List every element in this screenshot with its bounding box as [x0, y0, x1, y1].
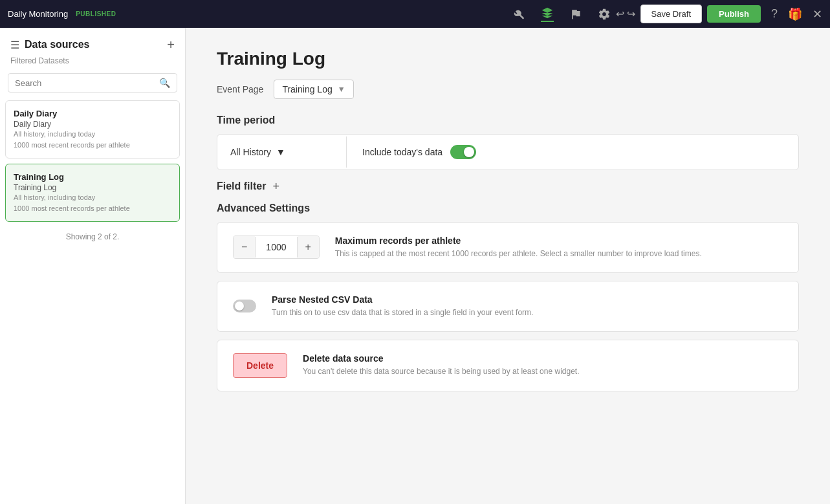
- event-page-row: Event Page Training Log ▼: [217, 80, 799, 99]
- nav-icons: [512, 6, 611, 22]
- flag-icon[interactable]: [569, 8, 582, 21]
- parse-nested-toggle[interactable]: [233, 300, 256, 312]
- time-period-value: All History: [230, 147, 271, 157]
- datasource-icon: ☰: [10, 39, 19, 51]
- gift-icon[interactable]: 🎁: [788, 7, 802, 21]
- max-records-card: − 1000 + Maximum records per athlete Thi…: [217, 222, 799, 273]
- topnav-right-actions: ? 🎁 ✕: [771, 7, 822, 21]
- search-icon: 🔍: [159, 78, 170, 88]
- close-icon[interactable]: ✕: [813, 7, 822, 21]
- status-badge: PUBLISHED: [76, 10, 116, 17]
- add-datasource-button[interactable]: +: [167, 38, 175, 51]
- advanced-settings-title: Advanced Settings: [217, 203, 799, 214]
- page-title: Training Log: [217, 49, 799, 69]
- dataset-meta1-daily-diary: All history, including today: [14, 129, 171, 140]
- delete-label: Delete data source: [303, 353, 579, 364]
- include-today-label: Include today's data: [362, 147, 442, 157]
- parse-nested-knob: [235, 301, 244, 311]
- sidebar-subtitle: Filtered Datasets: [0, 56, 185, 73]
- sidebar-header: ☰ Data sources +: [0, 28, 185, 56]
- parse-nested-label: Parse Nested CSV Data: [272, 294, 533, 305]
- add-filter-button[interactable]: +: [272, 181, 279, 192]
- field-filter-title: Field filter: [217, 181, 266, 192]
- dataset-source-daily-diary: Daily Diary: [14, 120, 171, 129]
- event-page-select[interactable]: Training Log ▼: [274, 80, 353, 99]
- parse-nested-text: Parse Nested CSV Data Turn this on to us…: [272, 294, 533, 318]
- publish-button[interactable]: Publish: [707, 5, 761, 23]
- dataset-meta2-training-log: 1000 most recent records per athlete: [14, 203, 171, 214]
- delete-button[interactable]: Delete: [233, 353, 287, 378]
- stepper-value: 1000: [255, 237, 297, 257]
- dataset-source-training-log: Training Log: [14, 183, 171, 192]
- decrement-button[interactable]: −: [234, 236, 255, 258]
- dataset-name-daily-diary: Daily Diary: [14, 109, 171, 118]
- delete-description: You can't delete this data source becaus…: [303, 366, 579, 377]
- delete-card: Delete Delete data source You can't dele…: [217, 340, 799, 391]
- undo-redo-group: ↩ ↪: [616, 8, 635, 20]
- increment-button[interactable]: +: [298, 236, 319, 258]
- time-period-section-title: Time period: [217, 115, 799, 126]
- include-today-toggle[interactable]: [450, 145, 476, 159]
- chevron-down-icon: ▼: [338, 85, 345, 94]
- dataset-card-daily-diary[interactable]: Daily Diary Daily Diary All history, inc…: [5, 100, 180, 159]
- field-filter-header: Field filter +: [217, 181, 799, 192]
- max-records-text: Maximum records per athlete This is capp…: [335, 236, 702, 259]
- dataset-meta1-training-log: All history, including today: [14, 192, 171, 203]
- dataset-name-training-log: Training Log: [14, 172, 171, 182]
- time-period-chevron-icon: ▼: [276, 147, 285, 157]
- parse-nested-description: Turn this on to use csv data that is sto…: [272, 307, 533, 318]
- app-title: Daily Monitoring: [8, 9, 68, 19]
- layers-icon[interactable]: [541, 6, 554, 22]
- topnav: Daily Monitoring PUBLISHED ↩ ↪ Save Draf…: [0, 0, 830, 28]
- sidebar: ☰ Data sources + Filtered Datasets 🔍 Dai…: [0, 28, 186, 504]
- time-period-card: All History ▼ Include today's data: [217, 134, 799, 170]
- event-page-value: Training Log: [282, 84, 332, 94]
- help-icon[interactable]: ?: [771, 7, 778, 21]
- undo-icon[interactable]: ↩: [616, 8, 624, 20]
- event-page-label: Event Page: [217, 84, 263, 94]
- search-input[interactable]: [15, 78, 154, 88]
- redo-icon[interactable]: ↪: [627, 8, 635, 20]
- dataset-card-training-log[interactable]: Training Log Training Log All history, i…: [5, 164, 180, 222]
- main-panel: Training Log Event Page Training Log ▼ T…: [186, 28, 830, 504]
- max-records-description: This is capped at the most recent 1000 r…: [335, 248, 702, 259]
- save-draft-button[interactable]: Save Draft: [640, 5, 702, 23]
- include-today-row: Include today's data: [347, 135, 492, 170]
- delete-text: Delete data source You can't delete this…: [303, 353, 579, 377]
- time-period-select[interactable]: All History ▼: [217, 137, 347, 168]
- layout: ☰ Data sources + Filtered Datasets 🔍 Dai…: [0, 28, 830, 504]
- sidebar-title: Data sources: [25, 39, 90, 50]
- sidebar-header-left: ☰ Data sources: [10, 39, 90, 51]
- search-box: 🔍: [8, 73, 177, 93]
- parse-nested-card: Parse Nested CSV Data Turn this on to us…: [217, 281, 799, 332]
- showing-count: Showing 2 of 2.: [0, 227, 185, 249]
- toggle-knob: [464, 147, 474, 157]
- max-records-stepper: − 1000 +: [233, 236, 320, 259]
- max-records-label: Maximum records per athlete: [335, 236, 702, 246]
- dataset-meta2-daily-diary: 1000 most recent records per athlete: [14, 140, 171, 151]
- gear-icon[interactable]: [598, 8, 611, 21]
- wrench-icon[interactable]: [512, 8, 525, 21]
